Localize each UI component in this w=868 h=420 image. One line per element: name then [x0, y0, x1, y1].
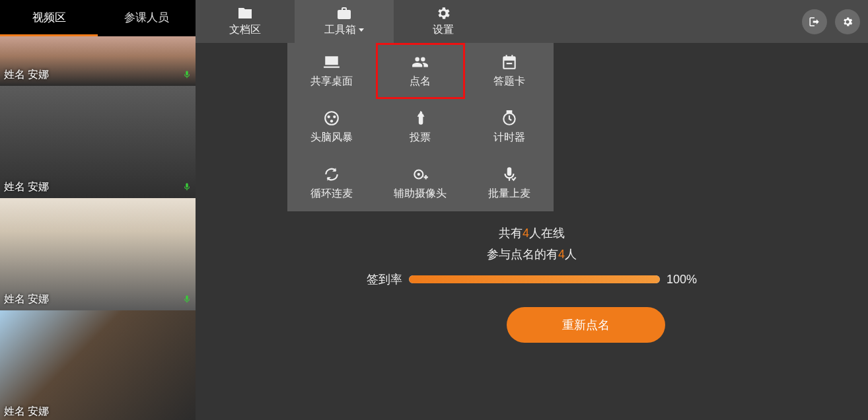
logout-button[interactable] — [802, 9, 827, 34]
brainstorm-icon — [323, 110, 340, 127]
tool-share-screen[interactable]: 共享桌面 — [287, 43, 376, 99]
topbar-settings-label: 设置 — [433, 23, 454, 37]
topbar-settings[interactable]: 设置 — [394, 0, 493, 43]
video-item[interactable]: 姓名 安娜 — [0, 198, 196, 310]
tool-cycle-mic[interactable]: 循环连麦 — [287, 155, 376, 211]
corner-buttons — [802, 9, 860, 34]
topbar-doc-label: 文档区 — [229, 23, 261, 37]
tool-brainstorm[interactable]: 头脑风暴 — [287, 99, 376, 155]
microphone-icon[interactable] — [182, 181, 192, 193]
vote-icon — [412, 110, 429, 127]
participant-name: 姓名 安娜 — [4, 180, 49, 194]
tool-vote[interactable]: 投票 — [376, 99, 464, 155]
microphone-icon[interactable] — [182, 293, 192, 305]
redo-rollcall-button[interactable]: 重新点名 — [507, 307, 665, 343]
video-item[interactable]: 姓名 安娜 — [0, 86, 196, 198]
svg-point-3 — [330, 120, 333, 122]
video-item[interactable]: 姓名 安娜 — [0, 310, 196, 420]
participant-name: 姓名 安娜 — [4, 68, 49, 82]
participant-name: 姓名 安娜 — [4, 293, 49, 306]
tab-video-area[interactable]: 视频区 — [0, 0, 98, 36]
sidebar: 视频区 参课人员 姓名 安娜 姓名 安娜 姓名 安娜 姓名 安娜 — [0, 0, 196, 420]
toolbox-icon — [336, 6, 352, 20]
tool-batch-mic[interactable]: 批量上麦 — [465, 155, 554, 211]
tool-roll-call[interactable]: 点名 — [376, 43, 464, 99]
topbar: 文档区 工具箱 设置 — [196, 0, 868, 43]
progress-percent: 100% — [667, 273, 697, 287]
progress-label: 签到率 — [367, 271, 402, 287]
timer-icon — [501, 110, 518, 127]
cycle-icon — [323, 166, 340, 183]
sidebar-tabs: 视频区 参课人员 — [0, 0, 196, 36]
batch-mic-icon — [501, 166, 518, 183]
svg-point-2 — [333, 116, 336, 118]
tool-aux-camera[interactable]: 辅助摄像头 — [376, 155, 464, 211]
tool-label: 辅助摄像头 — [394, 187, 447, 201]
progress-fill — [409, 275, 660, 283]
tool-label: 共享桌面 — [310, 75, 353, 88]
progress-bar — [409, 275, 660, 283]
caret-down-icon — [359, 28, 364, 32]
gear-icon — [435, 6, 451, 20]
attendance-progress: 签到率 100% — [196, 271, 868, 287]
tool-label: 头脑风暴 — [310, 131, 353, 145]
tool-label: 循环连麦 — [310, 187, 353, 201]
topbar-toolbox-label: 工具箱 — [324, 23, 364, 37]
share-screen-icon — [323, 53, 340, 71]
settings-button[interactable] — [835, 9, 860, 34]
people-icon — [412, 53, 429, 71]
folder-icon — [237, 6, 253, 20]
tool-label: 投票 — [410, 131, 431, 145]
camera-plus-icon — [412, 166, 429, 183]
svg-point-0 — [325, 112, 338, 125]
topbar-toolbox[interactable]: 工具箱 — [295, 0, 394, 43]
video-item[interactable]: 姓名 安娜 — [0, 36, 196, 86]
topbar-doc-area[interactable]: 文档区 — [196, 0, 295, 43]
tool-label: 批量上麦 — [488, 187, 530, 201]
video-thumbnail — [0, 310, 196, 420]
tool-label: 答题卡 — [493, 75, 525, 88]
svg-point-6 — [417, 173, 420, 176]
microphone-icon[interactable] — [182, 69, 192, 81]
tool-timer[interactable]: 计时器 — [465, 99, 554, 155]
svg-point-1 — [328, 116, 330, 118]
tool-label: 点名 — [410, 75, 431, 88]
tool-answer-card[interactable]: 答题卡 — [465, 43, 554, 99]
calendar-icon — [501, 53, 518, 71]
tab-participants[interactable]: 参课人员 — [98, 0, 196, 36]
tool-label: 计时器 — [493, 131, 525, 145]
participant-name: 姓名 安娜 — [4, 405, 49, 419]
toolbox-dropdown: 共享桌面 点名 答题卡 头脑风暴 投票 计时器 循环连麦 辅助摄像头 批量上麦 — [287, 43, 554, 211]
rollcall-count-row: 参与点名的有4人 — [196, 246, 868, 262]
online-count-row: 共有4人在线 — [196, 225, 868, 241]
rollcall-stats: 共有4人在线 参与点名的有4人 — [196, 225, 868, 267]
video-list: 姓名 安娜 姓名 安娜 姓名 安娜 姓名 安娜 — [0, 36, 196, 420]
